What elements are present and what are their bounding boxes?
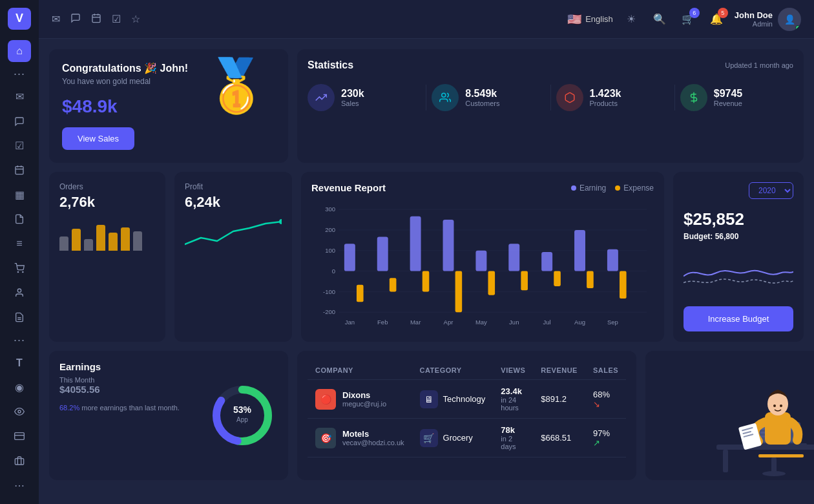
company-info-1: Dixons meguc@ruj.io xyxy=(342,390,386,408)
svg-rect-42 xyxy=(508,244,519,271)
topnav-check-icon[interactable]: ☑ xyxy=(112,13,121,25)
search-button[interactable]: 🔍 xyxy=(649,9,670,30)
notification-button[interactable]: 🔔 5 xyxy=(706,9,727,30)
earnings-amount: $4055.56 xyxy=(59,384,196,395)
sidebar-item-user[interactable] xyxy=(8,282,31,304)
category-cell-2: 🛒 Grocery xyxy=(412,419,494,457)
stat-item-sales: 230k Sales xyxy=(308,84,421,111)
stat-label-products: Products xyxy=(590,100,621,107)
sidebar-item-check[interactable]: ☑ xyxy=(8,135,31,157)
svg-rect-10 xyxy=(15,433,25,440)
topnav-calendar-icon[interactable] xyxy=(91,13,101,26)
user-info[interactable]: John Doe Admin 👤 xyxy=(735,8,801,31)
bar-6 xyxy=(121,227,130,251)
svg-rect-76 xyxy=(765,412,791,445)
svg-point-79 xyxy=(780,404,782,407)
budget-amount: $25,852 xyxy=(684,209,793,229)
cat-icon-2: 🛒 xyxy=(420,429,438,447)
main-content: ✉ ☑ ☆ 🇺🇸 English ☀ 🔍 🛒 6 🔔 5 xyxy=(39,0,814,504)
company-email-1: meguc@ruj.io xyxy=(342,400,386,408)
svg-rect-35 xyxy=(390,278,397,291)
svg-text:Jan: Jan xyxy=(345,319,355,326)
svg-rect-41 xyxy=(488,271,495,295)
revenue-title: Revenue Report xyxy=(311,182,386,193)
sidebar-logo[interactable]: V xyxy=(8,8,31,30)
svg-text:Sep: Sep xyxy=(607,319,618,326)
stat-value-products: 1.423k xyxy=(590,88,621,100)
legend-dot-expense xyxy=(615,185,620,191)
svg-point-6 xyxy=(17,289,21,292)
topnav: ✉ ☑ ☆ 🇺🇸 English ☀ 🔍 🛒 6 🔔 5 xyxy=(39,0,814,39)
company-info-2: Motels vecav@hodzi.co.uk xyxy=(342,429,404,446)
sidebar-item-report[interactable] xyxy=(8,306,31,328)
sidebar-item-creditcard[interactable] xyxy=(8,425,31,447)
sidebar-item-text[interactable]: T xyxy=(8,352,31,374)
sales-pct-2: 97% xyxy=(593,428,610,438)
trend-icon-1: ↘ xyxy=(593,399,600,409)
language-label: English xyxy=(585,14,613,24)
svg-rect-43 xyxy=(521,271,528,291)
svg-text:300: 300 xyxy=(325,205,335,213)
sidebar-item-calendar[interactable] xyxy=(8,159,31,181)
sales-pct-1: 68% xyxy=(593,390,610,399)
svg-point-5 xyxy=(23,271,23,272)
sidebar-item-briefcase[interactable] xyxy=(8,450,31,472)
sidebar-item-eye[interactable] xyxy=(8,401,31,423)
stats-updated: Updated 1 month ago xyxy=(725,61,793,69)
svg-rect-65 xyxy=(723,450,728,472)
earnings-month: This Month xyxy=(59,376,196,384)
col-category: CATEGORY xyxy=(412,361,494,380)
sidebar-item-cart[interactable] xyxy=(8,257,31,279)
language-selector[interactable]: 🇺🇸 English xyxy=(567,12,613,26)
earnings-info: Earnings This Month $4055.56 68.2% more … xyxy=(59,361,196,470)
budget-card: 2020 2021 2019 $25,852 Budget: 56,800 In… xyxy=(673,172,804,342)
increase-budget-button[interactable]: Increase Budget xyxy=(684,306,793,331)
statistics-card: Statistics Updated 1 month ago 230k Sale… xyxy=(297,49,804,163)
row-2: Orders 2,76k Profit 6,24k xyxy=(49,172,804,342)
sidebar-item-mail[interactable]: ✉ xyxy=(8,86,31,108)
category-label-1: Technology xyxy=(443,394,486,404)
revenue-card: Revenue Report Earning Expense xyxy=(301,172,664,342)
revenue-cell-1: $891.2 xyxy=(533,380,585,419)
sidebar-item-file[interactable] xyxy=(8,208,31,230)
theme-toggle[interactable]: ☀ xyxy=(621,9,642,30)
cart-button[interactable]: 🛒 6 xyxy=(678,9,698,30)
avatar[interactable]: 👤 xyxy=(778,8,801,31)
company-logo-2: 🎯 xyxy=(315,428,336,448)
col-sales: SALES xyxy=(585,361,626,380)
view-sales-button[interactable]: View Sales xyxy=(62,127,134,150)
sidebar-item-grid[interactable]: ▦ xyxy=(8,184,31,205)
company-cell-2: 🎯 Motels vecav@hodzi.co.uk xyxy=(308,419,412,457)
topnav-star-icon[interactable]: ☆ xyxy=(131,13,140,25)
stat-info-revenue: $9745 Revenue xyxy=(714,88,743,107)
sidebar-item-chat[interactable] xyxy=(8,110,31,132)
sidebar-item-list[interactable]: ≡ xyxy=(8,233,31,255)
svg-text:-100: -100 xyxy=(323,288,335,295)
illustration-card xyxy=(645,351,814,480)
topnav-chat-icon[interactable] xyxy=(70,13,81,26)
bar-3 xyxy=(84,239,93,251)
views-main-2: 78k xyxy=(501,425,525,435)
bar-5 xyxy=(109,233,118,251)
stat-item-products: 1.423k Products xyxy=(556,84,669,111)
revenue-cell-2: $668.51 xyxy=(533,419,585,457)
company-name-1: Dixons xyxy=(342,390,386,400)
medal-icon: 🥇 xyxy=(204,56,269,116)
svg-rect-33 xyxy=(357,285,364,302)
company-table: COMPANY CATEGORY VIEWS REVENUE SALES xyxy=(308,361,626,457)
stat-item-revenue: $9745 Revenue xyxy=(680,84,793,111)
stat-info-products: 1.423k Products xyxy=(590,88,621,107)
topnav-mail-icon[interactable]: ✉ xyxy=(52,13,60,25)
table-row: 🎯 Motels vecav@hodzi.co.uk 🛒 xyxy=(308,419,626,457)
stat-label-revenue: Revenue xyxy=(714,100,743,107)
sidebar-dots-1: ··· xyxy=(14,67,25,81)
sidebar-item-home[interactable]: ⌂ xyxy=(8,40,31,62)
svg-rect-44 xyxy=(541,252,552,271)
year-select[interactable]: 2020 2021 2019 xyxy=(749,182,793,199)
svg-text:53%: 53% xyxy=(233,404,252,415)
sidebar-item-drop[interactable]: ◉ xyxy=(8,377,31,399)
orders-label: Orders xyxy=(59,182,155,191)
col-company: COMPANY xyxy=(308,361,412,380)
stat-label-customers: Customers xyxy=(465,100,499,107)
sidebar-item-more[interactable]: ⋯ xyxy=(8,474,31,496)
